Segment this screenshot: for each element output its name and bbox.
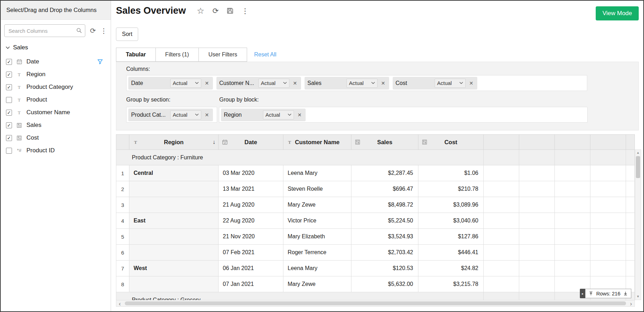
sidebar-item-date[interactable]: ✓17Date (1, 55, 111, 68)
cell-date: 21 Aug 2020 (219, 197, 283, 213)
search-icon[interactable] (76, 27, 82, 33)
empty-cell (590, 197, 626, 213)
sidebar-item-product[interactable]: TProduct (1, 93, 111, 106)
horizontal-scrollbar[interactable]: ‹ › (116, 300, 635, 307)
column-chip-date[interactable]: DateActual✕ (128, 77, 213, 90)
checked-checkbox[interactable]: ✓ (6, 135, 12, 141)
column-header-cost[interactable]: Cost (418, 135, 484, 150)
empty-cell (590, 229, 626, 245)
sidebar-item-cost[interactable]: ✓Cost (1, 131, 111, 144)
group-section-drop-strip[interactable]: Product Cat...Actual✕ (126, 107, 217, 123)
go-to-first-row-icon[interactable] (589, 291, 593, 296)
save-icon[interactable] (227, 7, 233, 14)
remove-chip-icon[interactable]: ✕ (469, 80, 473, 86)
unchecked-checkbox[interactable] (6, 97, 12, 103)
unchecked-checkbox[interactable] (6, 148, 12, 154)
aggregation-value: Actual (265, 112, 280, 118)
sidebar-item-product-category[interactable]: ✓TProduct Category (1, 81, 111, 93)
sidebar-item-region[interactable]: ✓TRegion (1, 68, 111, 81)
empty-cell (519, 213, 555, 229)
checked-checkbox[interactable]: ✓ (6, 110, 12, 116)
table-row: 213 Mar 2021Steven Roelle$696.47$210.78 (116, 181, 635, 197)
checked-checkbox[interactable]: ✓ (6, 59, 12, 65)
column-header-label: Customer Name (295, 139, 340, 145)
empty-cell (519, 245, 555, 261)
cell-sales: $3,524.93 (351, 229, 418, 245)
column-header-sales[interactable]: Sales (351, 135, 418, 150)
column-chip-customer-n[interactable]: Customer N...Actual✕ (216, 77, 301, 90)
column-header-region[interactable]: TRegion↓ (129, 135, 219, 150)
column-chip-region[interactable]: RegionActual✕ (221, 109, 306, 121)
remove-chip-icon[interactable]: ✕ (293, 80, 297, 86)
tab-filters[interactable]: Filters (1) (155, 48, 199, 62)
group-block-drop-strip[interactable]: RegionActual✕ (219, 107, 588, 123)
chevron-down-icon (195, 82, 199, 84)
calendar-icon: 17 (222, 139, 228, 145)
sort-desc-icon[interactable]: ↓ (213, 139, 215, 145)
svg-text:T: T (18, 85, 21, 90)
aggregation-select[interactable]: Actual (435, 79, 466, 88)
rows-counter-handle[interactable]: ▸ (580, 289, 585, 298)
checked-checkbox[interactable]: ✓ (6, 122, 12, 128)
text-type-icon: T (17, 72, 22, 77)
cell-region (129, 197, 219, 213)
cell-cost: $446.41 (418, 245, 484, 261)
go-to-last-row-icon[interactable] (623, 291, 628, 296)
sidebar-item-sales[interactable]: ✓Sales (1, 119, 111, 131)
vertical-scroll-thumb[interactable] (636, 156, 640, 178)
remove-chip-icon[interactable]: ✕ (205, 112, 209, 118)
vertical-scrollbar[interactable]: ▲ ▼ (635, 149, 641, 300)
scroll-left-arrow[interactable]: ‹ (119, 300, 121, 306)
scroll-right-arrow[interactable]: › (630, 300, 632, 306)
view-mode-button[interactable]: View Mode (596, 6, 639, 20)
sidebar-item-customer-name[interactable]: ✓TCustomer Name (1, 106, 111, 119)
group-header-label: Product Category : Grocery (116, 292, 484, 300)
search-input[interactable] (4, 24, 85, 37)
remove-chip-icon[interactable]: ✕ (298, 112, 302, 118)
sidebar-kebab-icon[interactable]: ⋮ (100, 27, 107, 34)
favorite-star-icon[interactable]: ☆ (197, 7, 204, 15)
title-kebab-icon[interactable]: ⋮ (241, 7, 249, 14)
checked-checkbox[interactable]: ✓ (6, 72, 12, 78)
sort-button[interactable]: Sort (116, 27, 138, 41)
aggregation-select[interactable]: Actual (170, 110, 201, 120)
aggregation-select[interactable]: Actual (258, 79, 289, 88)
column-header-date[interactable]: 17Date (219, 135, 283, 150)
chevron-down-icon (288, 114, 292, 116)
table-row: 7West06 Jan 2021Leena Mary$120.53$24.82 (116, 261, 635, 276)
cell-sales: $2,703.42 (351, 245, 418, 261)
empty-cell (484, 245, 519, 261)
aggregation-select[interactable]: Actual (263, 110, 294, 120)
columns-drop-strip[interactable]: DateActual✕Customer N...Actual✕SalesActu… (126, 75, 587, 91)
tab-tabular[interactable]: Tabular (116, 48, 156, 62)
sidebar-tree-root[interactable]: Sales (1, 40, 111, 54)
empty-cell (626, 197, 635, 213)
remove-chip-icon[interactable]: ✕ (381, 80, 385, 86)
scroll-down-arrow[interactable]: ▼ (635, 294, 641, 299)
column-label: Date (26, 58, 39, 65)
reset-all-link[interactable]: Reset All (254, 48, 276, 62)
scroll-up-arrow[interactable]: ▲ (635, 150, 641, 155)
column-chip-product-cat[interactable]: Product Cat...Actual✕ (128, 109, 213, 121)
cell-customer: Leena Mary (283, 165, 351, 181)
remove-chip-icon[interactable]: ✕ (205, 80, 209, 86)
refresh-columns-icon[interactable]: ⟳ (90, 27, 96, 34)
column-chip-cost[interactable]: CostActual✕ (393, 77, 477, 90)
tab-user-filters[interactable]: User Filters (198, 48, 247, 62)
empty-cell (519, 229, 555, 245)
sidebar-item-product-id[interactable]: *#Product ID (1, 144, 111, 157)
table-row: 521 Nov 2020Mary Elizabeth$3,524.93$127.… (116, 229, 635, 245)
svg-text:T: T (134, 140, 137, 145)
column-chip-sales[interactable]: SalesActual✕ (305, 77, 389, 90)
empty-cell (519, 276, 555, 292)
cell-sales: $5,224.50 (351, 213, 418, 229)
aggregation-select[interactable]: Actual (346, 79, 378, 88)
horizontal-scroll-thumb[interactable] (125, 301, 626, 305)
column-header-customer-name[interactable]: TCustomer Name (283, 135, 351, 150)
empty-cell (484, 261, 519, 276)
refresh-view-icon[interactable]: ⟳ (213, 7, 219, 14)
empty-header-cell (590, 135, 626, 150)
aggregation-select[interactable]: Actual (170, 79, 201, 88)
checked-checkbox[interactable]: ✓ (6, 84, 12, 90)
active-filter-icon[interactable] (97, 59, 103, 65)
